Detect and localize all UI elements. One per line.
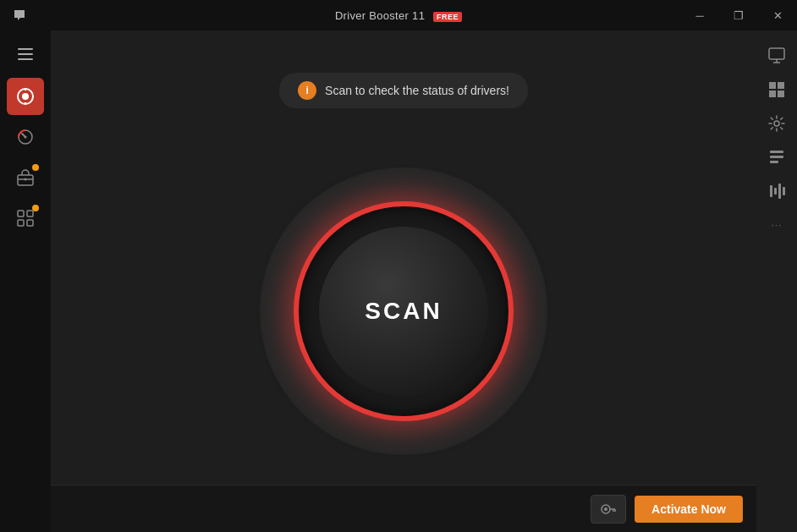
svg-point-1 xyxy=(22,93,29,100)
scan-ring[interactable]: SCAN xyxy=(294,201,514,421)
scan-right-icon xyxy=(768,149,785,166)
plugins-badge xyxy=(32,205,39,211)
right-sidebar-windows[interactable] xyxy=(760,74,794,105)
speed-booster-icon xyxy=(15,127,36,147)
close-button[interactable]: ✕ xyxy=(758,0,797,30)
right-sidebar-monitor[interactable] xyxy=(760,41,794,71)
main-content: i Scan to check the status of drivers! S… xyxy=(51,30,756,532)
info-icon: i xyxy=(298,81,316,100)
right-sidebar-audio[interactable] xyxy=(760,176,794,206)
monitor-icon xyxy=(767,47,786,65)
settings-icon xyxy=(768,115,785,132)
key-icon xyxy=(600,501,617,518)
right-sidebar-more[interactable]: ··· xyxy=(760,210,794,240)
bottom-bar: Activate Now xyxy=(51,485,756,532)
svg-rect-16 xyxy=(778,82,784,89)
windows-icon xyxy=(768,81,785,98)
menu-line-1 xyxy=(18,48,33,50)
svg-rect-10 xyxy=(18,220,24,226)
toolbox-badge xyxy=(32,164,39,171)
svg-rect-20 xyxy=(770,151,783,153)
sidebar-item-plugins[interactable] xyxy=(7,200,44,237)
sidebar-item-toolbox[interactable] xyxy=(7,159,44,196)
svg-point-28 xyxy=(604,507,607,511)
sidebar-item-speed-booster[interactable] xyxy=(7,118,44,156)
right-sidebar: ··· xyxy=(756,30,797,532)
menu-line-3 xyxy=(18,58,33,60)
sidebar-item-driver-booster[interactable] xyxy=(7,78,44,115)
info-banner: i Scan to check the status of drivers! xyxy=(279,73,528,108)
chat-button[interactable] xyxy=(0,0,39,30)
svg-point-7 xyxy=(25,178,27,181)
free-badge: FREE xyxy=(433,12,462,22)
svg-rect-9 xyxy=(27,211,33,217)
app-title: Driver Booster 11 FREE xyxy=(335,9,462,22)
chat-icon xyxy=(13,8,26,22)
restore-button[interactable]: ❐ xyxy=(719,0,758,30)
titlebar: Driver Booster 11 FREE ─ ❐ ✕ xyxy=(0,0,797,30)
left-sidebar xyxy=(0,30,51,532)
svg-rect-26 xyxy=(783,187,785,195)
key-button[interactable] xyxy=(591,495,626,524)
svg-rect-18 xyxy=(778,90,784,97)
minimize-button[interactable]: ─ xyxy=(680,0,719,30)
svg-rect-17 xyxy=(769,90,776,97)
info-banner-text: Scan to check the status of drivers! xyxy=(325,84,509,97)
svg-rect-25 xyxy=(778,184,781,199)
svg-rect-21 xyxy=(770,156,783,158)
scan-button[interactable]: SCAN xyxy=(319,227,488,396)
svg-rect-15 xyxy=(769,82,776,89)
svg-rect-11 xyxy=(27,220,33,226)
svg-point-19 xyxy=(774,121,779,126)
plugins-icon xyxy=(15,208,36,228)
menu-line-2 xyxy=(18,53,33,55)
driver-booster-icon xyxy=(15,86,36,107)
svg-rect-8 xyxy=(18,211,24,217)
activate-now-button[interactable]: Activate Now xyxy=(635,496,743,523)
scan-outer-ring: SCAN xyxy=(260,167,547,455)
svg-rect-23 xyxy=(770,185,772,197)
svg-rect-22 xyxy=(770,161,778,163)
scan-container: SCAN xyxy=(260,167,547,455)
svg-rect-24 xyxy=(774,188,777,195)
window-controls: ─ ❐ ✕ xyxy=(680,0,797,30)
menu-button[interactable] xyxy=(10,39,41,69)
right-sidebar-settings[interactable] xyxy=(760,108,794,139)
svg-point-4 xyxy=(25,136,27,139)
svg-rect-12 xyxy=(769,48,784,59)
right-sidebar-scan[interactable] xyxy=(760,142,794,173)
audio-icon xyxy=(768,183,785,200)
toolbox-icon xyxy=(15,167,36,188)
more-icon: ··· xyxy=(771,219,782,231)
